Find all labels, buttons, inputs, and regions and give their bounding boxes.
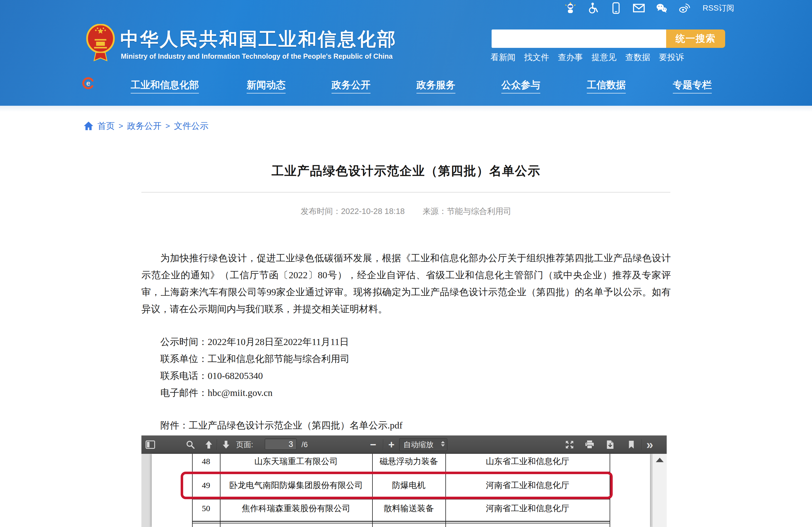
table-cell-product: 散料输送装备 (372, 503, 445, 514)
nav-item-data[interactable]: 工信数据 (587, 78, 626, 93)
mail-icon[interactable] (633, 2, 645, 14)
rss-subscribe-link[interactable]: RSS订阅 (702, 3, 734, 13)
pdf-content-area: 48 山东天瑞重工有限公司 磁悬浮动力装备 山东省工业和信息化厅 49 卧龙电气… (141, 454, 667, 527)
site-title: 中华人民共和国工业和信息化部 (120, 27, 397, 52)
table-line (192, 521, 610, 522)
public-notice-period: 公示时间：2022年10月28日至2022年11月11日 (160, 333, 350, 350)
contact-phone: 联系电话：010-68205340 (160, 367, 350, 384)
smart-assistant-icon[interactable] (565, 2, 576, 14)
bookmark-icon[interactable] (626, 440, 636, 449)
zoom-out-icon[interactable]: − (367, 436, 379, 454)
top-icon-bar: RSS订阅 (565, 2, 734, 14)
pdf-toolbar: 页面: /6 − + 自动缩放 (141, 436, 667, 454)
dropdown-spinner-icon (441, 441, 445, 447)
contact-email: 电子邮件：hbc@miit.gov.cn (160, 384, 350, 401)
breadcrumb-separator: > (165, 121, 170, 131)
breadcrumb: 首页 > 政务公开 > 文件公示 (84, 119, 208, 133)
presentation-mode-icon[interactable] (565, 440, 575, 449)
quick-links: 看新闻 找文件 查办事 提意见 查数据 要投诉 (491, 52, 684, 63)
miit-e-logo-icon: e (82, 77, 95, 90)
title-divider (141, 192, 670, 192)
scroll-up-icon[interactable] (656, 458, 664, 462)
attachment-line: 附件：工业产品绿色设计示范企业（第四批）名单公示.pdf (160, 419, 403, 432)
quick-link-suggest[interactable]: 提意见 (592, 52, 617, 63)
nav-item-gov-open[interactable]: 政务公开 (332, 78, 371, 93)
download-icon[interactable] (605, 440, 615, 449)
table-cell-no: 48 (192, 456, 220, 467)
table-cell-org: 山东省工业和信息化厅 (445, 456, 610, 467)
search-input[interactable] (492, 29, 666, 48)
more-tools-icon[interactable]: » (647, 436, 653, 454)
accessibility-icon[interactable] (588, 2, 599, 14)
page-number-label: 页面: (236, 436, 253, 454)
zoom-in-icon[interactable]: + (386, 436, 397, 454)
article-body: 为加快推行绿色设计，促进工业绿色低碳循环发展，根据《工业和信息化部办公厅关于组织… (141, 250, 671, 318)
quick-link-news[interactable]: 看新闻 (491, 52, 516, 63)
zoom-level-value: 自动缩放 (403, 440, 433, 450)
zoom-level-dropdown[interactable]: 自动缩放 (399, 438, 447, 451)
sidebar-toggle-icon[interactable] (145, 440, 155, 449)
article-source: 来源：节能与综合利用司 (423, 207, 511, 216)
breadcrumb-separator: > (119, 121, 123, 131)
site-subtitle-en: Ministry of Industry and Information Tec… (121, 52, 392, 60)
table-cell-org: 河南省工业和信息化厅 (445, 503, 610, 514)
weibo-icon[interactable] (679, 2, 690, 14)
page-title: 工业产品绿色设计示范企业（第四批）名单公示 (0, 163, 812, 179)
site-header: RSS订阅 中华人民共和国工业和信息化部 Ministry of Industr… (0, 0, 812, 106)
nav-item-special[interactable]: 专题专栏 (673, 78, 712, 93)
pdf-page: 48 山东天瑞重工有限公司 磁悬浮动力装备 山东省工业和信息化厅 49 卧龙电气… (152, 454, 650, 527)
nav-item-public[interactable]: 公众参与 (501, 78, 540, 93)
page-count: /6 (302, 436, 308, 454)
highlight-annotation-row-49 (181, 472, 613, 499)
svg-text:e: e (86, 79, 90, 87)
table-cell-product: 磁悬浮动力装备 (372, 456, 445, 467)
home-icon (84, 121, 93, 131)
wechat-icon[interactable] (656, 2, 668, 14)
contact-block: 公示时间：2022年10月28日至2022年11月11日 联系单位：工业和信息化… (160, 333, 350, 401)
publish-time: 发布时间：2022-10-28 18:18 (301, 207, 405, 216)
quick-link-files[interactable]: 找文件 (524, 52, 549, 63)
print-icon[interactable] (584, 440, 595, 449)
attachment-pdf-link[interactable]: 工业产品绿色设计示范企业（第四批）名单公示.pdf (189, 420, 403, 430)
search-icon[interactable] (185, 440, 195, 449)
nav-item-miit[interactable]: 工业和信息化部 (131, 78, 199, 93)
contact-unit: 联系单位：工业和信息化部节能与综合利用司 (160, 350, 350, 367)
quick-link-services[interactable]: 查办事 (558, 52, 583, 63)
quick-link-data[interactable]: 查数据 (625, 52, 650, 63)
table-cell-company: 焦作科瑞森重装股份有限公司 (220, 503, 372, 514)
quick-link-complaint[interactable]: 要投诉 (659, 52, 684, 63)
breadcrumb-home[interactable]: 首页 (98, 120, 115, 132)
national-emblem (86, 24, 115, 62)
pdf-viewer: 页面: /6 − + 自动缩放 (141, 436, 667, 527)
nav-item-gov-serv[interactable]: 政务服务 (417, 78, 455, 93)
unified-search-button[interactable]: 统一搜索 (666, 29, 725, 48)
table-cell-no: 50 (192, 503, 220, 514)
page-number-input[interactable] (265, 439, 297, 450)
nav-item-news[interactable]: 新闻动态 (247, 78, 286, 93)
mobile-icon[interactable] (610, 2, 622, 14)
page-up-icon[interactable] (204, 440, 214, 449)
pdf-scrollbar[interactable] (653, 454, 667, 527)
page-down-icon[interactable] (221, 440, 231, 449)
table-line (192, 523, 610, 523)
toolbar-separator (383, 439, 383, 450)
article-meta: 发布时间：2022-10-28 18:18 来源：节能与综合利用司 (0, 206, 812, 217)
breadcrumb-gov-open[interactable]: 政务公开 (127, 120, 161, 132)
table-cell-company: 山东天瑞重工有限公司 (220, 456, 372, 467)
breadcrumb-file-notice[interactable]: 文件公示 (174, 120, 208, 132)
attachment-label: 附件： (160, 420, 189, 430)
